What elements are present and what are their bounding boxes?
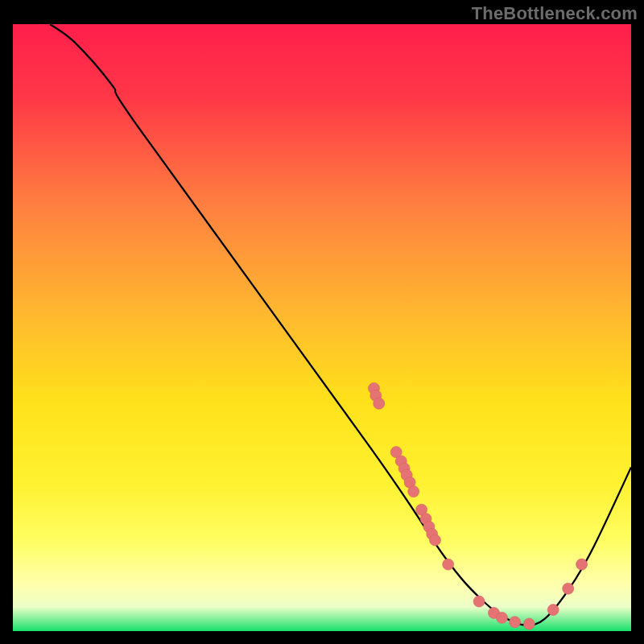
data-point: [523, 618, 535, 630]
chart-frame: [13, 24, 631, 631]
data-point: [430, 535, 441, 546]
bottleneck-curve: [13, 24, 631, 631]
data-point: [510, 617, 521, 628]
data-point: [576, 559, 588, 570]
attribution-text: TheBottleneck.com: [472, 3, 638, 24]
data-point: [563, 583, 574, 594]
data-point: [547, 605, 559, 616]
data-point: [473, 596, 485, 607]
data-point: [408, 486, 419, 497]
chart-area: [13, 24, 631, 631]
data-point: [497, 612, 508, 623]
data-point: [443, 559, 454, 570]
data-point: [374, 398, 385, 409]
bottleneck-curve-path: [50, 24, 631, 625]
